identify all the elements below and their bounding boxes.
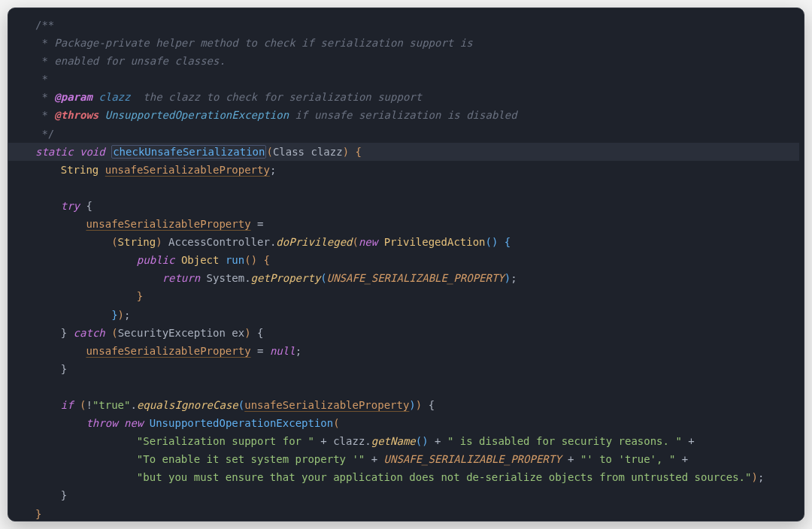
dot: . [365,435,371,447]
type-PrivilegedAction: PrivilegedAction [384,236,486,248]
rparen: ) [244,327,250,339]
indent [35,417,86,429]
javadoc-star: * [35,55,48,67]
method-equalsIgnoreCase: equalsIgnoreCase [137,399,238,411]
indent [35,309,111,321]
indent [35,327,61,339]
semicolon: ; [295,345,301,357]
plus-op: + [675,453,688,465]
javadoc-close: */ [35,128,54,140]
indent [35,345,86,357]
plus-op: + [562,453,580,465]
javadoc-throws-desc: if unsafe serialization is disabled [289,109,517,121]
rparen: ) [409,399,415,411]
javadoc-throws-tag: @throws [48,109,98,121]
space [174,254,180,266]
class-System: System [207,272,245,284]
rparen: ) [422,435,428,447]
close-brace: } [61,489,67,501]
lparen: ( [111,327,117,339]
space [143,417,149,429]
indent [35,399,61,411]
indent [35,363,61,375]
string-literal: "' to 'true', " [580,453,675,465]
const-UNSAFE_SERIALIZABLE_PROPERTY: UNSAFE_SERIALIZABLE_PROPERTY [384,453,562,465]
string-literal: "To enable it set system property '" [137,453,365,465]
open-brace: { [504,236,511,248]
indent [35,453,137,465]
open-brace: { [356,146,362,158]
type-Object: Object [181,254,220,266]
space [251,345,257,357]
javadoc-text: Package-private helper method to check i… [48,37,473,49]
semicolon: ; [511,272,517,284]
indent [35,254,137,266]
space [105,327,111,339]
rparen: ) [504,272,511,284]
type-class: Class [273,146,304,158]
keyword-static: static [35,146,74,158]
keyword-if: if [61,399,74,411]
lparen: ( [353,236,359,248]
var-unsafeSerializableProperty: unsafeSerializableProperty [244,399,409,411]
space [422,399,428,411]
space [263,345,269,357]
keyword-new: new [359,236,377,248]
space [257,254,263,266]
space [219,254,225,266]
indent [35,471,137,483]
javadoc-param-tag: @param [48,91,92,103]
code-editor[interactable]: /** * Package-private helper method to c… [8,8,804,521]
space [98,164,105,176]
javadoc-open: /** [35,19,54,31]
string-literal-true: "true" [92,399,131,411]
close-brace: } [35,508,41,520]
type-SecurityException: SecurityException [118,327,226,339]
open-brace: { [86,200,92,212]
space [377,236,383,248]
param-clazz: clazz [304,146,343,158]
close-brace: } [137,290,143,302]
var-unsafeSerializableProperty: unsafeSerializableProperty [105,164,270,176]
cast-type-string: String [118,236,156,248]
indent [35,218,86,230]
plus-op: + [365,453,383,465]
keyword-return: return [162,272,201,284]
keyword-catch: catch [74,327,105,339]
keyword-throw: throw [86,417,117,429]
keyword-null: null [270,345,295,357]
open-brace: { [257,327,263,339]
rparen: ) [156,236,162,248]
space [105,146,111,158]
keyword-new: new [124,417,143,429]
lparen: ( [333,417,339,429]
semicolon: ; [758,471,764,483]
rparen: ) [416,399,422,411]
method-run: run [226,254,244,266]
space [74,146,80,158]
indent [35,200,61,212]
not-op: ! [86,399,92,411]
type-UnsupportedOperationException: UnsupportedOperationException [150,417,333,429]
rparen: ) [343,146,349,158]
space [67,327,73,339]
indent [35,164,61,176]
string-literal: " is disabled for security reasons. " [447,435,682,447]
rparen: ) [251,254,257,266]
string-literal: "Serialization support for " [137,435,314,447]
semicolon: ; [270,164,276,176]
javadoc-text: enabled for unsafe classes. [48,55,226,67]
lparen: ( [486,236,492,248]
lparen: ( [266,146,272,158]
method-signature-line[interactable]: static void checkUnsafeSerialization(Cla… [8,143,799,161]
method-name-checkUnsafeSerialization[interactable]: checkUnsafeSerialization [111,145,266,159]
dot: . [130,399,136,411]
string-literal: "but you must ensure that your applicati… [137,471,752,483]
lparen: ( [111,236,117,248]
javadoc-param-name: clazz [92,91,131,103]
close-brace: } [61,363,67,375]
dot: . [244,272,250,284]
javadoc-star: * [35,37,48,49]
lparen: ( [416,435,422,447]
rparen: ) [751,471,757,483]
